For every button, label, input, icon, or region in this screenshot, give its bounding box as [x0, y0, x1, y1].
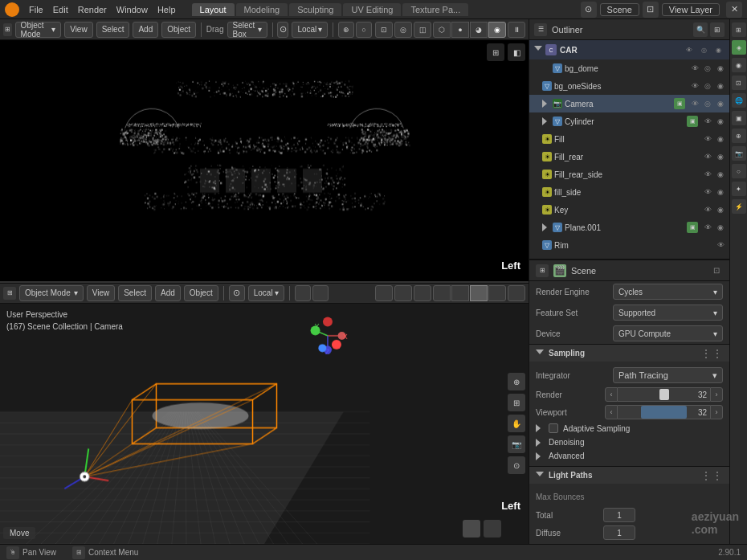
diffuse-value[interactable]: 1 [603, 525, 635, 540]
workspace-texture-paint[interactable]: Texture Pa... [402, 3, 468, 16]
render-icon-8[interactable]: ◉ [715, 186, 726, 198]
bottom-view-menu[interactable]: View [87, 285, 116, 301]
object-menu[interactable]: Object [161, 22, 196, 38]
bottom-gizmo-btn[interactable] [375, 285, 393, 301]
render-icon-2[interactable]: ◉ [715, 80, 726, 92]
material-shading[interactable]: ◕ [470, 22, 488, 38]
eye-icon-4[interactable]: 👁 [702, 116, 713, 127]
props-render-btn[interactable]: ◈ [732, 40, 746, 55]
outliner-item-camera[interactable]: 📷 Camera ▣ 👁 ◎ ◉ [529, 95, 729, 112]
pause-render-btn[interactable]: ⏸ [508, 22, 525, 38]
cam-icon-3[interactable]: ◎ [702, 98, 713, 109]
outliner-item-rim[interactable]: ▽ Rim 👁 [529, 236, 729, 254]
bottom-viewport[interactable]: User Perspective (167) Scene Collection … [0, 304, 529, 545]
bottom-extra-btn[interactable] [508, 285, 525, 301]
bottom-select-menu[interactable]: Select [118, 285, 152, 301]
scene-selector-icon[interactable]: ⊙ [581, 2, 597, 18]
bottom-solid-shading[interactable] [451, 285, 469, 301]
render-icon-6[interactable]: ◉ [715, 151, 726, 162]
eye-icon-7[interactable]: 👁 [702, 169, 713, 180]
select-menu[interactable]: Select [96, 22, 130, 38]
light-paths-options-icon[interactable]: ⋮⋮ [700, 469, 723, 482]
car-collection[interactable]: C CAR 👁 ◎ ◉ [529, 40, 729, 59]
workspace-modeling[interactable]: Modeling [236, 3, 288, 16]
eye-icon-6[interactable]: 👁 [702, 151, 713, 162]
solid-shading[interactable]: ● [451, 22, 469, 38]
add-menu[interactable]: Add [133, 22, 158, 38]
pin-icon[interactable]: ⊡ [710, 264, 723, 277]
props-object-btn[interactable]: ▣ [732, 111, 746, 125]
props-particle-btn[interactable]: ✦ [732, 182, 746, 196]
outliner-item-bg-onesides[interactable]: ▽ bg_oneSides 👁 ◎ ◉ [529, 77, 729, 95]
drag-mode-selector[interactable]: Select Box ▾ [227, 22, 267, 38]
eye-icon-3[interactable]: 👁 [689, 98, 700, 109]
side-tool-5[interactable]: ⊙ [508, 456, 525, 474]
bottom-object-menu[interactable]: Object [184, 285, 218, 301]
bottom-xray-btn[interactable] [414, 285, 431, 301]
side-tool-3[interactable]: ✋ [508, 415, 525, 432]
outliner-item-plane001[interactable]: ▽ Plane.001 ▣ 👁 ◉ [529, 219, 729, 236]
denoising-row[interactable]: Denoising [529, 435, 729, 449]
viewport-slider-track[interactable]: 32 [618, 405, 710, 419]
view-layer-icon[interactable]: ⊡ [643, 2, 659, 18]
window-controls[interactable]: ✕ [726, 2, 742, 18]
integrator-dropdown[interactable]: Path Tracing ▾ [613, 367, 723, 383]
props-modifier-btn[interactable]: ⊕ [732, 129, 746, 143]
overlay-btn[interactable]: ◎ [394, 22, 412, 38]
eye-icon[interactable]: 👁 [689, 63, 700, 74]
render-slider-right-btn[interactable]: › [710, 387, 723, 402]
outliner-item-fill[interactable]: ☀ Fill 👁 ◉ [529, 130, 729, 148]
props-scene-btn[interactable]: ⊞ [732, 22, 746, 37]
collection-eye-icon[interactable]: 👁 [683, 43, 696, 56]
eye-icon-2[interactable]: 👁 [689, 80, 700, 92]
render-icon-5[interactable]: ◉ [715, 133, 726, 145]
bottom-corner-icon-1[interactable] [463, 520, 480, 538]
render-icon-10[interactable]: ◉ [715, 222, 726, 233]
render-slider-left-btn[interactable]: ‹ [605, 387, 618, 402]
outliner-item-cylinder[interactable]: ▽ Cylinder ▣ 👁 ◉ [529, 112, 729, 130]
cam-icon-2[interactable]: ◎ [702, 80, 713, 92]
total-value[interactable]: 1 [603, 508, 635, 522]
rendered-shading[interactable]: ◉ [488, 22, 506, 38]
side-tool-1[interactable]: ⊕ [508, 373, 525, 390]
menu-edit[interactable]: Edit [53, 5, 68, 14]
eye-icon-11[interactable]: 👁 [715, 239, 726, 251]
eye-icon-5[interactable]: 👁 [702, 133, 713, 145]
outliner-item-bg-dome[interactable]: ▽ bg_dome 👁 ◎ ◉ [529, 59, 729, 77]
outliner-item-key[interactable]: ☀ Key 👁 ◉ [529, 201, 729, 219]
bottom-corner-icon-2[interactable] [484, 520, 501, 538]
light-paths-section[interactable]: Light Paths ⋮⋮ [529, 466, 729, 484]
advanced-row[interactable]: Advanced [529, 449, 729, 463]
workspace-sculpting[interactable]: Sculpting [289, 3, 341, 16]
props-data-btn[interactable]: 📷 [732, 146, 746, 161]
viewport-gizmo-btn[interactable]: ⊡ [375, 22, 393, 38]
props-world-btn[interactable]: 🌐 [732, 93, 746, 108]
render-icon-7[interactable]: ◉ [715, 169, 726, 180]
bottom-rendered-shading[interactable] [488, 285, 506, 301]
snap-icon[interactable]: ⊕ [338, 22, 354, 38]
bottom-overlay-btn[interactable] [394, 285, 412, 301]
side-tool-camera[interactable]: 📷 [508, 435, 525, 453]
eye-icon-8[interactable]: 👁 [702, 186, 713, 198]
side-tool-2[interactable]: ⊞ [508, 394, 525, 411]
render-icon-9[interactable]: ◉ [715, 204, 726, 215]
workspace-layout[interactable]: Layout [192, 3, 235, 16]
render-engine-value[interactable]: Cycles ▾ [613, 284, 723, 300]
outliner-search-btn[interactable]: 🔍 [693, 22, 708, 37]
props-output-btn[interactable]: ◉ [732, 58, 746, 72]
sampling-options-icon[interactable]: ⋮⋮ [700, 347, 723, 360]
outliner-filter-btn[interactable]: ⊞ [710, 22, 725, 37]
bottom-proportional-icon[interactable] [312, 285, 329, 301]
bottom-material-shading[interactable] [470, 285, 488, 301]
props-material-btn[interactable]: ○ [732, 164, 746, 178]
wire-shading[interactable]: ⬡ [433, 22, 451, 38]
sampling-section-header[interactable]: Sampling ⋮⋮ [529, 344, 729, 362]
view-menu[interactable]: View [64, 22, 93, 38]
menu-help[interactable]: Help [157, 5, 176, 14]
transform-selector[interactable]: Local ▾ [292, 22, 328, 38]
render-icon[interactable]: ◉ [715, 63, 726, 74]
render-icon-4[interactable]: ◉ [715, 116, 726, 127]
menu-render[interactable]: Render [78, 5, 107, 14]
object-mode-selector[interactable]: Object Mode ▾ [15, 22, 62, 38]
workspace-uv-editing[interactable]: UV Editing [343, 3, 401, 16]
